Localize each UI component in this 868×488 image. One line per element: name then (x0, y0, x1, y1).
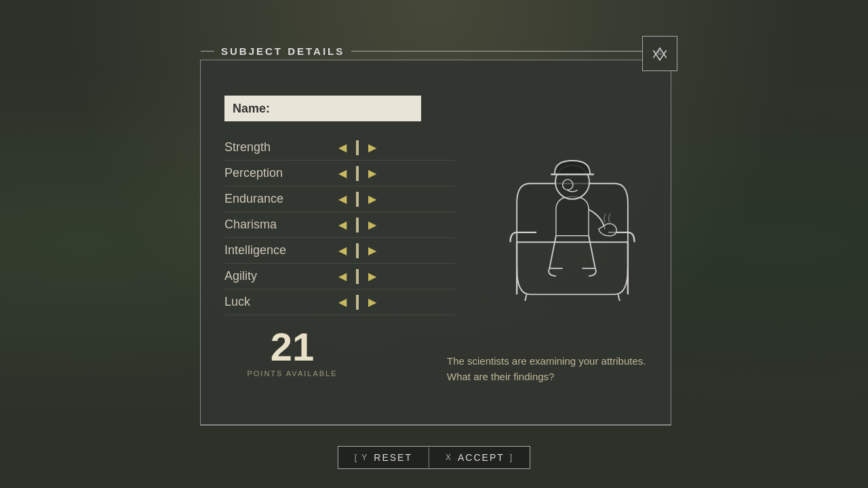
attr-bar-strength (356, 140, 359, 155)
attr-increase-intelligence[interactable]: ▶ (363, 241, 382, 260)
accept-button[interactable]: X ACCEPT ] (429, 447, 530, 468)
attribute-row-luck: Luck ◀ ▶ (224, 289, 455, 315)
attr-increase-agility[interactable]: ▶ (363, 267, 382, 286)
attr-controls-endurance: ◀ ▶ (333, 190, 382, 209)
attribute-label-agility: Agility (224, 269, 333, 283)
name-section (224, 96, 421, 121)
attr-increase-luck[interactable]: ▶ (363, 293, 382, 312)
attr-decrease-intelligence[interactable]: ◀ (333, 241, 352, 260)
points-section: 21 POINTS AVAILABLE (224, 327, 360, 378)
masonic-symbol: G (642, 36, 677, 71)
attribute-label-strength: Strength (224, 140, 333, 155)
bottom-bar: [ Y RESET X ACCEPT ] (0, 446, 868, 469)
attr-controls-agility: ◀ ▶ (333, 267, 382, 286)
attr-controls-intelligence: ◀ ▶ (333, 241, 382, 260)
attr-bar-charisma (356, 218, 359, 232)
attribute-row-strength: Strength ◀ ▶ (224, 135, 455, 161)
points-label: POINTS AVAILABLE (224, 369, 360, 378)
accept-label: ACCEPT (458, 452, 505, 463)
reset-key: [ Y (355, 453, 368, 462)
points-value: 21 (224, 327, 360, 367)
accept-bracket: ] (510, 453, 513, 462)
attr-controls-charisma: ◀ ▶ (333, 216, 382, 235)
svg-text:G: G (658, 50, 662, 56)
attribute-label-endurance: Endurance (224, 192, 333, 206)
header-line-left (201, 51, 214, 52)
attribute-row-perception: Perception ◀ ▶ (224, 161, 455, 186)
masonic-icon: G (649, 43, 671, 64)
reset-button[interactable]: [ Y RESET (338, 447, 429, 468)
attr-bar-endurance (356, 192, 359, 207)
header-line-right (351, 51, 671, 52)
attr-controls-perception: ◀ ▶ (333, 164, 382, 183)
attribute-row-endurance: Endurance ◀ ▶ (224, 186, 455, 212)
accept-key: X (446, 453, 452, 462)
main-panel: SUBJECT DETAILS G Strength ◀ ▶ Perceptio… (200, 60, 671, 426)
attr-bar-intelligence (356, 243, 359, 258)
attr-decrease-perception[interactable]: ◀ (333, 164, 352, 183)
attr-controls-strength: ◀ ▶ (333, 138, 382, 157)
reset-label: RESET (374, 452, 412, 463)
attr-bar-luck (356, 295, 359, 310)
character-illustration (494, 125, 650, 301)
attr-bar-perception (356, 166, 359, 181)
panel-header: SUBJECT DETAILS (201, 45, 671, 57)
character-svg (494, 125, 650, 301)
attribute-row-intelligence: Intelligence ◀ ▶ (224, 238, 455, 264)
attribute-label-luck: Luck (224, 295, 333, 309)
attributes-list: Strength ◀ ▶ Perception ◀ ▶ Endurance ◀ … (224, 135, 455, 315)
name-input[interactable] (224, 96, 421, 121)
attr-decrease-charisma[interactable]: ◀ (333, 216, 352, 235)
panel-title: SUBJECT DETAILS (214, 45, 351, 57)
attr-decrease-agility[interactable]: ◀ (333, 267, 352, 286)
attr-decrease-strength[interactable]: ◀ (333, 138, 352, 157)
attr-controls-luck: ◀ ▶ (333, 293, 382, 312)
attribute-label-perception: Perception (224, 166, 333, 180)
action-buttons: [ Y RESET X ACCEPT ] (338, 446, 530, 469)
attr-increase-strength[interactable]: ▶ (363, 138, 382, 157)
attr-increase-perception[interactable]: ▶ (363, 164, 382, 183)
description-text: The scientists are examining your attrib… (447, 354, 650, 384)
attribute-row-agility: Agility ◀ ▶ (224, 264, 455, 289)
attr-bar-agility (356, 269, 359, 284)
attr-increase-charisma[interactable]: ▶ (363, 216, 382, 235)
attr-decrease-luck[interactable]: ◀ (333, 293, 352, 312)
attr-decrease-endurance[interactable]: ◀ (333, 190, 352, 209)
attribute-row-charisma: Charisma ◀ ▶ (224, 212, 455, 238)
attr-increase-endurance[interactable]: ▶ (363, 190, 382, 209)
attribute-label-intelligence: Intelligence (224, 243, 333, 258)
attribute-label-charisma: Charisma (224, 218, 333, 232)
panel-bottom-line (201, 424, 671, 425)
